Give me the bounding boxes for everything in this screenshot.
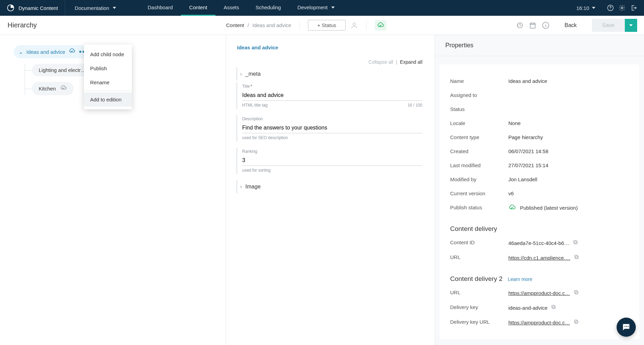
chevron-down-icon (629, 24, 633, 26)
prop-version-value: v6 (508, 190, 629, 196)
field-description: Description used for SEO description (236, 115, 422, 141)
help-icon[interactable] (607, 4, 614, 11)
copy-icon[interactable] (551, 305, 556, 311)
top-right: 16:10 (576, 4, 644, 11)
cloud-check-icon (377, 22, 384, 28)
separator: | (396, 59, 397, 65)
separator (299, 21, 300, 30)
section-content-delivery: Content delivery (450, 215, 629, 235)
tab-dashboard[interactable]: Dashboard (139, 0, 181, 16)
prop-url2-label: URL (450, 289, 508, 296)
field-ranking-hint: used for sorting (242, 168, 422, 173)
svg-rect-6 (530, 23, 535, 28)
prop-locale-value: None (508, 120, 629, 126)
chevron-right-icon: › (240, 71, 242, 77)
prop-dkey-label: Delivery key (450, 304, 508, 311)
copy-icon[interactable] (574, 255, 579, 261)
chevron-down-icon (113, 7, 116, 9)
assignee-icon[interactable] (350, 22, 358, 29)
clock[interactable]: 16:10 (576, 5, 595, 11)
field-description-label: Description (242, 116, 263, 121)
tab-development[interactable]: Development (289, 0, 343, 16)
logout-icon[interactable] (630, 4, 637, 11)
section-meta-label: _meta (245, 71, 260, 77)
svg-rect-9 (573, 241, 576, 243)
tree-child-lighting[interactable]: Lighting and electr… (32, 64, 93, 76)
tree-root[interactable]: ⌄ Ideas and advice ••• (14, 45, 94, 58)
tree-child-kitchen[interactable]: Kitchen (32, 82, 74, 95)
prop-status-label: Status (450, 106, 508, 112)
expand-controls: Collapse all | Expand all (235, 59, 422, 65)
prop-contentid-value: 46aeda7e-51cc-40c4-b6… (508, 239, 629, 246)
breadcrumb: Content / Ideas and advice (226, 22, 291, 28)
ranking-input[interactable] (242, 155, 422, 166)
prop-contenttype-label: Content type (450, 134, 508, 140)
pane-title: Hierarchy (7, 21, 226, 29)
ctx-publish[interactable]: Publish (84, 61, 132, 75)
svg-point-4 (353, 23, 355, 25)
chevron-down-icon: ⌄ (18, 49, 23, 55)
svg-rect-11 (575, 255, 578, 258)
hub-label: Documentation (75, 5, 109, 11)
tab-assets[interactable]: Assets (215, 0, 247, 16)
field-title-label: Title (242, 84, 250, 89)
section-meta[interactable]: › _meta (236, 67, 422, 81)
field-title-count: 16 / 100 (408, 103, 422, 108)
breadcrumb-leaf: Ideas and advice (252, 22, 291, 28)
main: ⌄ Ideas and advice ••• Lighting and elec… (0, 35, 644, 345)
collapse-all-button[interactable]: Collapse all (369, 59, 393, 65)
top-nav: Dynamic Content Documentation Dashboard … (0, 0, 644, 16)
add-status-button[interactable]: + Status (308, 20, 345, 30)
ctx-rename[interactable]: Rename (84, 75, 132, 89)
svg-rect-12 (575, 291, 578, 294)
toolbar-mid: Content / Ideas and advice + Status (226, 20, 516, 30)
copy-icon[interactable] (573, 320, 579, 325)
prop-created-value: 06/07/2021 14:58 (508, 148, 629, 154)
brand-label: Dynamic Content (18, 5, 58, 11)
title-input[interactable] (242, 90, 422, 101)
chat-icon (621, 322, 631, 332)
brand-logo-icon (7, 4, 14, 12)
prop-pubstatus-label: Publish status (450, 205, 508, 211)
svg-rect-15 (552, 305, 555, 308)
chevron-down-icon (331, 7, 335, 9)
calendar-icon[interactable] (529, 22, 536, 29)
separator (84, 91, 132, 91)
cloud-check-icon (69, 48, 75, 55)
svg-rect-17 (574, 320, 577, 323)
properties-header: Properties (435, 35, 644, 56)
copy-icon[interactable] (573, 240, 578, 246)
learn-more-link[interactable]: Learn more (508, 276, 532, 282)
chevron-down-icon (592, 7, 595, 9)
description-input[interactable] (242, 123, 422, 133)
toolbar: Hierarchy Content / Ideas and advice + S… (0, 16, 644, 35)
properties-body[interactable]: NameIdeas and advice Assigned to Status … (435, 56, 644, 345)
back-button[interactable]: Back (555, 22, 586, 28)
prop-contenttype-value: Page hierarchy (508, 134, 629, 140)
tab-scheduling[interactable]: Scheduling (247, 0, 289, 16)
prop-pubstatus-value: Published (latest version) (508, 205, 629, 211)
cloud-check-icon (508, 205, 516, 211)
info-icon[interactable] (542, 22, 549, 29)
chat-button[interactable] (617, 318, 636, 337)
context-menu: Add child node Publish Rename Add to edi… (84, 45, 132, 109)
tab-content[interactable]: Content (181, 0, 215, 16)
svg-rect-13 (574, 291, 577, 293)
editor-panel: Ideas and advice Collapse all | Expand a… (226, 35, 435, 345)
prop-contentid-label: Content ID (450, 239, 508, 246)
ctx-add-to-edition[interactable]: Add to edition (84, 93, 132, 107)
field-title-hint: HTML title tag (242, 103, 268, 108)
save-caret-button[interactable] (625, 19, 637, 32)
section-image[interactable]: › Image (236, 180, 422, 193)
prop-modifiedby-label: Modified by (450, 176, 508, 182)
save-group: Save (592, 19, 637, 32)
expand-all-button[interactable]: Expand all (400, 59, 422, 65)
breadcrumb-root[interactable]: Content (226, 22, 244, 28)
prop-dkeyurl-label: Delivery key URL (450, 319, 508, 325)
copy-icon[interactable] (573, 290, 579, 296)
publish-status-chip[interactable] (375, 20, 386, 30)
gear-icon[interactable] (619, 4, 626, 11)
ctx-add-child[interactable]: Add child node (84, 47, 132, 61)
history-icon[interactable] (516, 22, 523, 29)
hub-selector[interactable]: Documentation (65, 5, 126, 11)
